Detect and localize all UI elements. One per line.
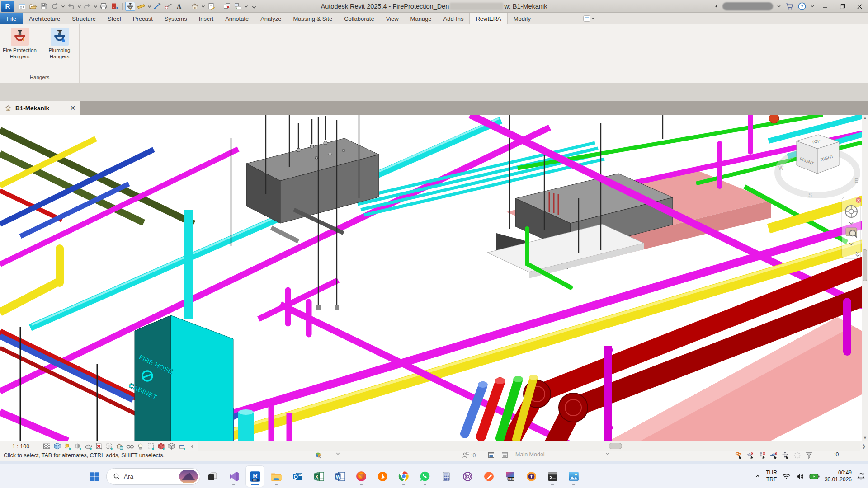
ribbon-tab-revitera[interactable]: RevitERA [469, 13, 507, 24]
close-windows-icon[interactable] [222, 2, 232, 11]
scroll-right-icon[interactable]: ❯ [860, 444, 868, 449]
right-ahu-unit[interactable] [487, 174, 673, 278]
shadows-icon[interactable] [73, 442, 83, 451]
search-box[interactable]: Ara [106, 468, 200, 485]
workset-status-icon[interactable] [314, 451, 322, 459]
taskbar-app-firefox[interactable] [352, 466, 370, 487]
ribbon-tab-analyze[interactable]: Analyze [255, 13, 287, 24]
scroll-up-icon[interactable]: ▲ [863, 116, 867, 120]
ribbon-tab-add-ins[interactable]: Add-Ins [438, 13, 470, 24]
ribbon-tab-file[interactable]: File [0, 13, 23, 24]
help-icon[interactable]: ? [797, 2, 807, 11]
start-button[interactable] [85, 466, 103, 487]
language-indicator[interactable]: TUR TRF [766, 469, 777, 483]
view-tab-close-icon[interactable]: ✕ [70, 104, 75, 112]
worksharing-display-icon[interactable] [156, 442, 166, 451]
minimize-button[interactable] [818, 1, 832, 12]
ribbon-tab-manage[interactable]: Manage [405, 13, 438, 24]
plumbing-hangers-button[interactable]: Plumbing Hangers [41, 27, 79, 74]
undo-icon[interactable] [66, 2, 76, 11]
notifications-bell-icon[interactable] [857, 472, 865, 481]
properties-icon[interactable] [17, 2, 27, 11]
taskbar-app-terminal[interactable] [543, 466, 561, 487]
ribbon-tab-view[interactable]: View [380, 13, 405, 24]
fire-protection-hangers-button[interactable]: Fire Protection Hangers [1, 27, 39, 74]
sun-path-icon[interactable] [62, 442, 73, 451]
active-workset-select[interactable]: Main Model [515, 451, 545, 458]
home-icon[interactable] [190, 2, 200, 11]
navigation-bar[interactable] [842, 197, 861, 258]
volume-icon[interactable] [796, 473, 804, 480]
ribbon-tab-collaborate[interactable]: Collaborate [338, 13, 380, 24]
print-icon[interactable] [99, 2, 108, 11]
clock[interactable]: 00:49 30.01.2026 [825, 469, 852, 483]
temporary-view-properties-icon[interactable] [146, 442, 156, 451]
caret-icon[interactable] [61, 2, 65, 11]
detail-level-icon[interactable] [42, 442, 52, 451]
scroll-down-icon[interactable]: ▼ [863, 436, 867, 440]
tag-icon[interactable] [163, 2, 173, 11]
caret-icon[interactable] [77, 2, 81, 11]
taskbar-app-photos[interactable] [565, 466, 583, 487]
filter-icon[interactable] [805, 451, 813, 460]
zoom-tool-icon[interactable] [846, 228, 857, 238]
crop-region-icon[interactable] [104, 442, 114, 451]
drag-on-selection-icon[interactable] [782, 451, 789, 460]
ribbon-tab-annotate[interactable]: Annotate [219, 13, 255, 24]
workset-caret-icon[interactable] [335, 451, 340, 456]
taskbar-app-postman[interactable] [480, 466, 498, 487]
redo-icon[interactable] [82, 2, 92, 11]
view-scale-button[interactable]: 1 : 100 [0, 443, 42, 450]
caret-icon[interactable] [147, 2, 151, 11]
reveal-hidden-elements-icon[interactable] [135, 442, 146, 451]
visual-style-icon[interactable] [52, 442, 62, 451]
select-pinned-icon[interactable] [758, 451, 766, 460]
caret-icon[interactable] [201, 2, 205, 11]
hidden-icons-chevron[interactable] [755, 473, 761, 479]
reveal-constraints-icon[interactable] [177, 442, 187, 451]
close-button[interactable] [853, 1, 866, 12]
ribbon-tab-architecture[interactable]: Architecture [23, 13, 66, 24]
caret-icon[interactable] [244, 2, 248, 11]
switch-windows-icon[interactable] [233, 2, 243, 11]
steering-wheel-icon[interactable] [845, 206, 857, 217]
viewcube[interactable]: W S E TOP FRONT RIGHT [778, 135, 858, 198]
ribbon-tab-massing-site[interactable]: Massing & Site [287, 13, 338, 24]
horizontal-scroll-thumb[interactable] [609, 443, 622, 449]
sheet-icon[interactable] [206, 2, 216, 11]
temporary-hide-isolate-icon[interactable] [125, 442, 135, 451]
save-icon[interactable] [39, 2, 49, 11]
ribbon-tab-steel[interactable]: Steel [102, 13, 127, 24]
view-tab-b1-mekanik[interactable]: B1-Mekanik ✕ [0, 101, 80, 115]
open-icon[interactable] [28, 2, 38, 11]
taskbar-app-word[interactable]: W [331, 466, 349, 487]
taskbar-app-chrome[interactable] [395, 466, 413, 487]
worksets-dialog-icon[interactable] [487, 451, 495, 459]
taskbar-app-calculator[interactable] [437, 466, 455, 487]
account-caret-icon[interactable] [777, 4, 781, 9]
viewbar-collapse-icon[interactable] [187, 442, 198, 451]
select-links-icon[interactable] [735, 451, 742, 460]
help-caret-icon[interactable] [810, 4, 815, 9]
ribbon-tab-insert[interactable]: Insert [193, 13, 220, 24]
text-tool-icon[interactable]: A [174, 2, 184, 11]
account-name-redacted[interactable] [722, 2, 773, 10]
export-pdf-icon[interactable] [109, 2, 119, 11]
crop-view-icon[interactable] [94, 442, 104, 451]
taskbar-app-outlook[interactable] [288, 466, 307, 487]
workset-dropdown-caret-icon[interactable] [605, 451, 610, 456]
hanger-active-icon[interactable] [125, 2, 135, 11]
taskbar-app-visual-studio[interactable] [225, 466, 243, 487]
ribbon-tab-structure[interactable]: Structure [66, 13, 102, 24]
collapse-arrow-icon[interactable] [714, 4, 719, 9]
taskbar-app-excel[interactable]: X [310, 466, 328, 487]
section-icon[interactable] [152, 2, 162, 11]
search-highlight-image[interactable] [179, 470, 198, 483]
taskbar-app-tor-browser[interactable] [458, 466, 476, 487]
sync-icon[interactable] [50, 2, 60, 11]
select-by-face-icon[interactable] [770, 451, 778, 460]
rendering-dialog-icon[interactable] [83, 442, 94, 451]
active-workset-icon[interactable] [501, 451, 509, 459]
taskbar-app-revit[interactable]: RRVT [246, 466, 264, 487]
ribbon-state-toggle[interactable] [581, 14, 597, 23]
